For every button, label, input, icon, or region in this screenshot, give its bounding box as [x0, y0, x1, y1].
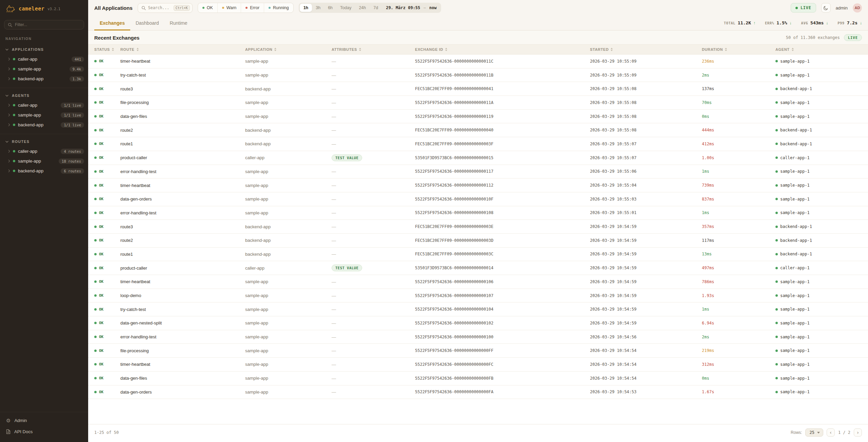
agent-status-dot	[775, 143, 778, 145]
table-row[interactable]: OK route2 backend-app — FEC51BC20E7FF09-…	[88, 234, 868, 248]
table-row[interactable]: OK data-gen-nested-split sample-app — 55…	[88, 316, 868, 330]
sidebar-item-admin[interactable]: ⚙ Admin	[0, 415, 88, 426]
time-range-button[interactable]: 24h	[355, 4, 370, 12]
column-header[interactable]: EXCHANGE ID	[415, 47, 590, 51]
table-row[interactable]: OK product-caller caller-app TEST VALUE …	[88, 261, 868, 275]
application-cell: sample-app	[245, 390, 332, 395]
table-row[interactable]: OK error-handling-test sample-app — 5522…	[88, 206, 868, 220]
sidebar-item-api-docs[interactable]: API Docs	[0, 426, 88, 437]
time-range-label: 24h	[359, 5, 366, 10]
tab[interactable]: Runtime	[164, 16, 193, 30]
section-header-routes[interactable]: ROUTES	[0, 137, 88, 146]
column-header[interactable]: APPLICATION	[245, 47, 332, 51]
tab[interactable]: Exchanges	[94, 16, 130, 30]
time-range-button[interactable]: 7d	[370, 4, 382, 12]
prev-page-button[interactable]: ‹	[827, 428, 835, 437]
sidebar-item-agent[interactable]: caller-app 1/1 live	[0, 100, 88, 110]
sidebar-item-application[interactable]: backend-app 1.3k	[0, 74, 88, 84]
agent-status-dot	[775, 129, 778, 131]
status-cell: OK	[94, 349, 120, 353]
theme-toggle-button[interactable]	[821, 3, 831, 13]
ok-status-dot	[94, 115, 97, 118]
sidebar-item-route[interactable]: caller-app 4 routes	[0, 146, 88, 156]
table-row[interactable]: OK data-gen-files sample-app — 5522F5F97…	[88, 110, 868, 124]
status-filter-button[interactable]: Error	[241, 3, 264, 13]
route-cell: data-gen-orders	[120, 196, 245, 202]
attributes-cell: —	[332, 361, 415, 367]
table-row[interactable]: OK product-caller caller-app TEST VALUE …	[88, 151, 868, 165]
status-filter-button[interactable]: Warn	[217, 3, 241, 13]
time-range-button[interactable]: 1h	[300, 4, 312, 12]
agent-cell: sample-app-1	[775, 59, 868, 64]
table-row[interactable]: OK timer-heartbeat sample-app — 5522F5F9…	[88, 358, 868, 372]
live-toggle-button[interactable]: LIVE	[791, 3, 816, 13]
sidebar-item-route[interactable]: sample-app 18 routes	[0, 156, 88, 166]
table-row[interactable]: OK data-gen-orders sample-app — 5522F5F9…	[88, 192, 868, 206]
topbar: All Applications Ctrl+K OK Warn	[88, 0, 868, 16]
sidebar-item-application[interactable]: caller-app 441	[0, 54, 88, 64]
time-range-button[interactable]: 3h	[312, 4, 324, 12]
column-header[interactable]: ROUTE	[120, 47, 245, 51]
agent-cell: backend-app-1	[775, 142, 868, 146]
agent-status-dot	[775, 253, 778, 255]
status-filter-button[interactable]: OK	[198, 3, 217, 13]
sidebar-item-application[interactable]: sample-app 9.4k	[0, 64, 88, 74]
table-row[interactable]: OK try-catch-test sample-app — 5522F5F97…	[88, 68, 868, 82]
search-input[interactable]	[148, 5, 171, 10]
table-row[interactable]: OK data-gen-files sample-app — 5522F5F97…	[88, 372, 868, 385]
section-header-applications[interactable]: APPLICATIONS	[0, 45, 88, 54]
attributes-cell: —	[332, 237, 415, 244]
time-range-button[interactable]: 6h	[324, 4, 336, 12]
filter-input[interactable]	[15, 22, 80, 27]
started-cell: 2026-03-29 10:54:54	[590, 362, 702, 367]
status-filter-button[interactable]: Running	[264, 3, 293, 13]
rows-per-page-select[interactable]: 25	[805, 428, 823, 437]
agent-label: sample-app-1	[780, 183, 810, 188]
column-header[interactable]: STARTED	[590, 47, 702, 51]
table-row[interactable]: OK error-handling-test sample-app — 5522…	[88, 330, 868, 344]
section-header-agents[interactable]: AGENTS	[0, 91, 88, 100]
sidebar-item-agent[interactable]: sample-app 1/1 live	[0, 110, 88, 120]
attributes-cell: —	[332, 334, 415, 340]
time-to[interactable]: now	[427, 5, 440, 10]
table-row[interactable]: OK file-processing sample-app — 5522F5F9…	[88, 344, 868, 358]
time-from[interactable]: 29. März 09:55	[382, 5, 423, 10]
table-row[interactable]: OK route3 backend-app — FEC51BC20E7FF09-…	[88, 82, 868, 96]
sidebar-item-route[interactable]: backend-app 6 routes	[0, 166, 88, 176]
next-page-button[interactable]: ›	[854, 428, 862, 437]
started-cell: 2026-03-29 10:54:59	[590, 252, 702, 256]
table-row[interactable]: OK timer-heartbeat sample-app — 5522F5F9…	[88, 178, 868, 192]
time-range-button[interactable]: Today	[336, 4, 355, 12]
attributes-cell: —	[332, 306, 415, 312]
route-cell: timer-heartbeat	[120, 279, 245, 284]
table-row[interactable]: OK timer-heartbeat sample-app — 5522F5F9…	[88, 275, 868, 289]
agent-label: backend-app-1	[780, 252, 812, 256]
agent-status-dot	[775, 226, 778, 228]
table-row[interactable]: OK route1 backend-app — FEC51BC20E7FF09-…	[88, 248, 868, 261]
table-row[interactable]: OK error-handling-test sample-app — 5522…	[88, 165, 868, 179]
route-cell: error-handling-test	[120, 334, 245, 339]
column-header[interactable]: AGENT	[775, 47, 868, 51]
chevron-right-icon	[8, 77, 10, 80]
sidebar-filter[interactable]	[4, 20, 84, 29]
tab[interactable]: Dashboard	[130, 16, 164, 30]
column-header[interactable]: ATTRIBUTES	[332, 47, 415, 51]
search-box[interactable]: Ctrl+K	[138, 3, 193, 13]
column-header[interactable]: DURATION	[702, 47, 775, 51]
table-row[interactable]: OK file-processing sample-app — 5522F5F9…	[88, 96, 868, 110]
table-row[interactable]: OK try-catch-test sample-app — 5522F5F97…	[88, 302, 868, 316]
table-row[interactable]: OK route3 backend-app — FEC51BC20E7FF09-…	[88, 220, 868, 234]
no-attributes-dash: —	[332, 252, 336, 257]
column-header[interactable]: STATUS	[94, 47, 120, 51]
status-dot	[13, 78, 15, 80]
table-row[interactable]: OK route1 backend-app — FEC51BC20E7FF09-…	[88, 137, 868, 151]
table-row[interactable]: OK route2 backend-app — FEC51BC20E7FF09-…	[88, 123, 868, 137]
application-cell: sample-app	[245, 348, 332, 353]
status-cell: OK	[94, 321, 120, 325]
no-attributes-dash: —	[332, 279, 336, 285]
sidebar-item-agent[interactable]: backend-app 1/1 live	[0, 120, 88, 130]
table-row[interactable]: OK loop-demo sample-app — 5522F5F9754263…	[88, 289, 868, 303]
table-row[interactable]: OK data-gen-orders sample-app — 5522F5F9…	[88, 385, 868, 399]
table-row[interactable]: OK timer-heartbeat sample-app — 5522F5F9…	[88, 55, 868, 68]
avatar[interactable]: AD	[853, 3, 862, 13]
